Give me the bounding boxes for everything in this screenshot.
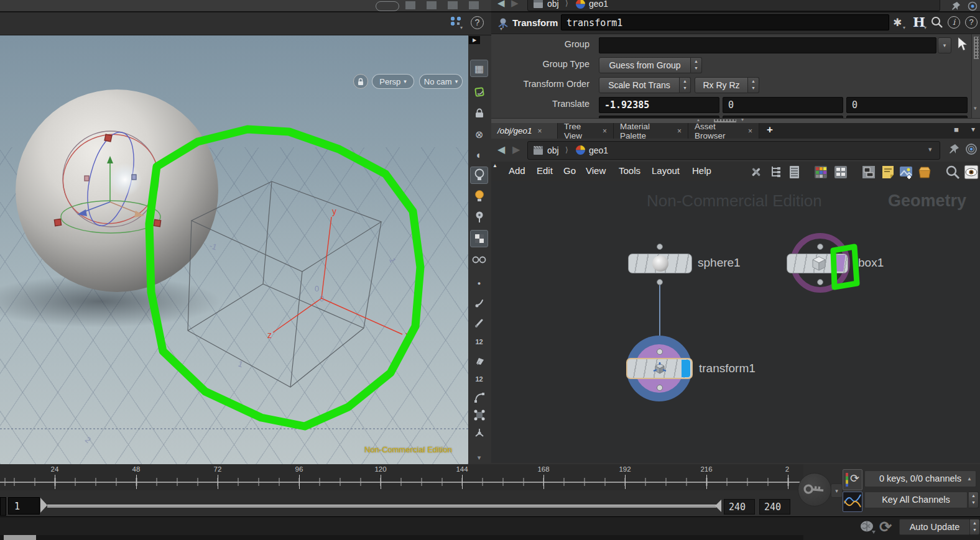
notes-list-icon[interactable]	[787, 165, 802, 180]
timeline-ruler[interactable]	[0, 464, 803, 490]
light-pin-icon[interactable]	[470, 209, 488, 226]
headlight-only-icon[interactable]: ◐	[470, 147, 488, 164]
help-icon[interactable]: ?	[471, 16, 484, 29]
points-icon[interactable]: ●	[470, 275, 488, 292]
node-transform1[interactable]	[626, 358, 693, 379]
tab-material-palette[interactable]: Material Palette ×	[614, 123, 688, 139]
follow-target-icon[interactable]	[968, 1, 978, 11]
pane-maximize-icon[interactable]: ■	[954, 125, 959, 134]
menu-view[interactable]: View	[586, 165, 606, 176]
group-type-spinner[interactable]: ▲▼	[691, 57, 702, 73]
memory-brain-icon[interactable]	[859, 519, 877, 534]
tab-tree-view[interactable]: Tree View ×	[558, 123, 614, 139]
menu-edit[interactable]: Edit	[537, 165, 553, 176]
forward-icon[interactable]: ▶	[511, 0, 519, 9]
sphere1-output-connector[interactable]	[657, 279, 663, 285]
transform-icon-caret[interactable]: ▾	[500, 26, 502, 32]
box1-output-connector[interactable]	[817, 279, 823, 285]
tab-close-icon[interactable]: ×	[677, 127, 682, 135]
point-markers-icon[interactable]	[470, 314, 488, 332]
path-obj-label[interactable]: obj	[547, 145, 559, 155]
node-sphere1[interactable]	[628, 254, 692, 273]
view-perspective-menu[interactable]: Persp ▾	[372, 74, 414, 89]
menu-layout[interactable]: Layout	[652, 165, 680, 176]
node-help-icon[interactable]: ?	[965, 16, 978, 29]
channel-editor-button[interactable]	[843, 492, 862, 512]
network-canvas[interactable]: Non-Commercial Edition Geometry sphere1 …	[491, 181, 980, 463]
normal-lights-icon[interactable]	[470, 167, 488, 184]
set-key-button[interactable]	[798, 473, 831, 506]
image-add-icon[interactable]	[899, 165, 913, 180]
keys-summary-dropdown[interactable]: 0 keys, 0/0 channels ▲	[864, 470, 976, 487]
tab-close-icon[interactable]: ×	[603, 127, 607, 135]
path-geo-label[interactable]: geo1	[589, 0, 608, 9]
translate-x-input[interactable]: -1.92385	[599, 97, 719, 113]
view-camera-menu[interactable]: No cam ▾	[419, 74, 463, 89]
pin-icon[interactable]	[949, 144, 960, 155]
back-icon[interactable]: ◀	[497, 0, 505, 9]
tree-view-icon[interactable]	[769, 165, 784, 180]
transform1-label[interactable]: transform1	[699, 362, 756, 375]
snapping-icon[interactable]	[470, 83, 488, 101]
pin-icon[interactable]	[951, 1, 961, 11]
tab-asset-browser[interactable]: Asset Browser ×	[688, 123, 759, 139]
primitive-numbers-icon[interactable]: 12	[470, 370, 488, 388]
sphere1-label[interactable]: sphere1	[698, 256, 741, 270]
point-normals-icon[interactable]	[470, 295, 488, 312]
back-icon[interactable]: ◀	[497, 144, 505, 155]
group-dropdown-button[interactable]: ▾	[938, 37, 951, 53]
update-mode-spinner[interactable]: ▲▼	[970, 519, 980, 535]
key-mode-dropdown[interactable]: Key All Channels	[864, 492, 968, 508]
path-field[interactable]: obj ⟩ geo1	[527, 0, 940, 11]
network-path-field[interactable]: obj ⟩ geo1 ▾	[527, 141, 940, 160]
grid-plane-icon[interactable]: ▦	[470, 60, 488, 77]
profiles-icon[interactable]	[470, 389, 488, 406]
range-end-field[interactable]: 240	[724, 499, 755, 515]
follow-target-icon[interactable]	[965, 143, 978, 155]
node-name-field[interactable]: transform1	[561, 14, 889, 30]
handles-icon[interactable]	[470, 406, 488, 424]
view-lock-icon[interactable]	[470, 104, 488, 122]
box1-input-connector[interactable]	[817, 244, 823, 250]
group-input[interactable]	[599, 37, 936, 53]
key-options-button[interactable]: ▾	[831, 483, 843, 498]
gallery-basket-icon[interactable]	[917, 165, 932, 180]
hscrollbar-thumb[interactable]	[4, 535, 36, 540]
thumbnail-grid-icon[interactable]	[833, 165, 848, 180]
layout-boxes-icon[interactable]	[861, 165, 876, 180]
tab-close-icon[interactable]: ×	[748, 127, 752, 135]
translate-y-input[interactable]: 0	[723, 97, 843, 113]
transform1-input-connector[interactable]	[657, 349, 663, 355]
rotate-order-menu[interactable]: Rx Ry Rz	[695, 77, 748, 93]
scrollbar-down-icon[interactable]: ▾	[974, 105, 977, 111]
partial-field[interactable]	[0, 497, 6, 516]
current-frame-field[interactable]: 1	[8, 497, 40, 515]
key-mode-spinner[interactable]: ▲▼	[969, 492, 979, 508]
color-palette-icon[interactable]	[813, 165, 828, 180]
playbar-track[interactable]	[47, 505, 716, 508]
stow-collapse-button[interactable]: ▶	[469, 36, 480, 44]
transform-order-spinner[interactable]: ▲▼	[680, 77, 691, 93]
playbar-end-marker[interactable]	[715, 500, 721, 512]
group-select-arrow-icon[interactable]	[956, 37, 969, 52]
transform1-output-connector[interactable]	[657, 385, 663, 391]
tab-obj-geo1[interactable]: /obj/geo1 ×	[491, 123, 558, 139]
path-geo-label[interactable]: geo1	[589, 145, 608, 155]
menubar-stow-icon[interactable]: ▲	[492, 163, 497, 168]
rotate-order-spinner[interactable]: ▲▼	[748, 77, 759, 93]
menu-go[interactable]: Go	[563, 165, 576, 176]
smooth-shaded-icon[interactable]	[470, 230, 488, 247]
tab-close-icon[interactable]: ×	[538, 127, 542, 135]
menu-help[interactable]: Help	[692, 165, 711, 176]
gear-menu-icon[interactable]: ✱	[893, 16, 902, 29]
path-obj-label[interactable]: obj	[547, 0, 559, 9]
global-end-field[interactable]: 240	[759, 499, 790, 515]
houdini-help-icon[interactable]: H	[913, 14, 925, 30]
playhead-marker[interactable]	[40, 498, 47, 513]
primitives-icon[interactable]	[470, 352, 488, 369]
point-numbers-icon[interactable]: 12	[470, 333, 488, 350]
pivot-icon[interactable]	[470, 425, 488, 442]
search-icon[interactable]	[930, 16, 944, 29]
visibility-eye-icon[interactable]	[964, 165, 979, 180]
translate-z-input[interactable]: 0	[846, 97, 968, 113]
